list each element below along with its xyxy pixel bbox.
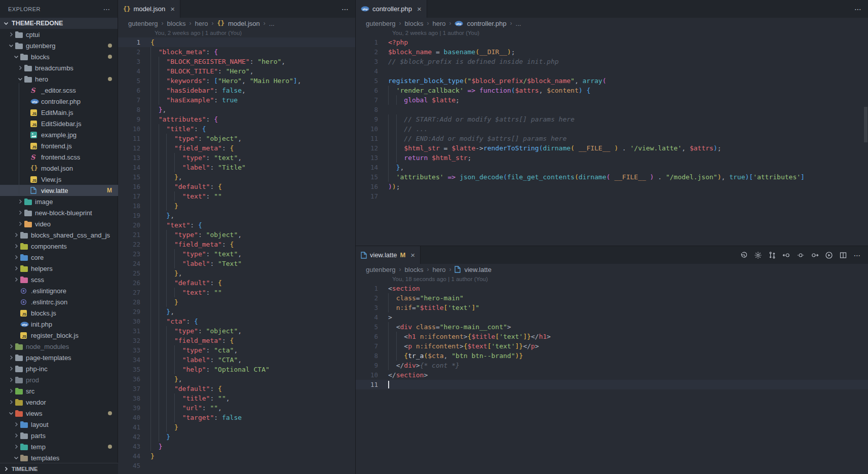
close-icon[interactable]: × bbox=[170, 5, 175, 13]
breadcrumb-item-blocks[interactable]: blocks bbox=[405, 20, 424, 27]
tab-model-json[interactable]: {} model.json × bbox=[118, 0, 180, 18]
tree-item-blocks-js[interactable]: JSblocks.js bbox=[0, 307, 118, 319]
code-line[interactable]: 2 "block_meta": { bbox=[118, 47, 355, 57]
tree-item-core[interactable]: core bbox=[0, 252, 118, 263]
tree-item-video[interactable]: video bbox=[0, 218, 118, 229]
breadcrumb-item-hero[interactable]: hero bbox=[432, 20, 445, 27]
tree-item-new-block-blueprint[interactable]: new-block-blueprint bbox=[0, 207, 118, 218]
code-line[interactable]: 14 "label": "Title" bbox=[118, 163, 355, 172]
history-icon[interactable] bbox=[739, 251, 748, 260]
tree-item-eslintignore[interactable]: .eslintignore bbox=[0, 285, 118, 296]
code-line[interactable]: 9 // START:Add or modify $attrs[] params… bbox=[356, 114, 868, 124]
tree-item-src[interactable]: src bbox=[0, 385, 118, 397]
breadcrumb-item-gutenberg[interactable]: gutenberg bbox=[128, 20, 158, 27]
scrollbar-thumb[interactable] bbox=[864, 107, 867, 142]
code-line[interactable]: 23 "type": "text", bbox=[118, 249, 355, 259]
editor-actions-more-icon[interactable]: ⋯ bbox=[342, 5, 349, 13]
code-line[interactable]: 19 }, bbox=[118, 211, 355, 220]
code-line[interactable]: 10 "title": { bbox=[118, 124, 355, 134]
breadcrumb-item-view-latte[interactable]: view.latte bbox=[464, 266, 491, 273]
code-line[interactable]: 9 "attributes": { bbox=[118, 114, 355, 124]
code-editor-controller-php[interactable]: You, 2 weeks ago | 1 author (You) 1<?php… bbox=[356, 29, 868, 201]
workspace-root-header[interactable]: THEME-REDONE bbox=[0, 18, 118, 29]
code-line[interactable]: 21 "type": "object", bbox=[118, 230, 355, 240]
tree-item-gutenberg[interactable]: gutenberg bbox=[0, 40, 118, 51]
code-line[interactable]: 29 }, bbox=[118, 307, 355, 317]
tree-item-image[interactable]: image bbox=[0, 196, 118, 207]
tree-item-helpers[interactable]: helpers bbox=[0, 263, 118, 274]
tree-item-scss[interactable]: scss bbox=[0, 274, 118, 285]
tree-item-prod[interactable]: prod bbox=[0, 374, 118, 385]
tree-item-layout[interactable]: layout bbox=[0, 419, 118, 430]
code-line[interactable]: 24 "label": "Text" bbox=[118, 259, 355, 268]
tab-view-latte[interactable]: view.latte M × bbox=[356, 246, 421, 264]
code-line[interactable]: 6 'render_callback' => function($attrs, … bbox=[356, 86, 868, 95]
breadcrumb-item-gutenberg[interactable]: gutenberg bbox=[366, 20, 396, 27]
code-line[interactable]: 43 } bbox=[118, 442, 355, 451]
code-line[interactable]: 4 bbox=[356, 66, 868, 76]
tree-item-init-php[interactable]: phpinit.php bbox=[0, 319, 118, 330]
code-line[interactable]: 9 </div>{* cont *} bbox=[356, 361, 868, 370]
tree-item-templates[interactable]: templates bbox=[0, 452, 118, 463]
code-line[interactable]: 7 "hasExample": true bbox=[118, 95, 355, 105]
split-editor-icon[interactable] bbox=[839, 251, 848, 260]
breadcrumb-item-gutenberg[interactable]: gutenberg bbox=[366, 266, 396, 273]
code-line[interactable]: 1<section bbox=[356, 284, 868, 293]
tree-item-example-jpg[interactable]: example.jpg bbox=[0, 129, 118, 140]
close-icon[interactable]: × bbox=[410, 251, 415, 259]
code-line[interactable]: 17 bbox=[356, 191, 868, 201]
code-line[interactable]: 8 {tr_a($cta, "btn btn--brand")} bbox=[356, 351, 868, 361]
code-line[interactable]: 39 "url": "", bbox=[118, 403, 355, 413]
code-line[interactable]: 7 global $latte; bbox=[356, 95, 868, 105]
code-line[interactable]: 22 "field_meta": { bbox=[118, 240, 355, 249]
code-line[interactable]: 36 }, bbox=[118, 374, 355, 384]
gitlens-icon[interactable] bbox=[753, 251, 763, 260]
tree-item-editmain-js[interactable]: JSEditMain.js bbox=[0, 107, 118, 118]
tree-item-parts[interactable]: parts bbox=[0, 430, 118, 441]
tree-item-breadcrumbs[interactable]: breadcrumbs bbox=[0, 62, 118, 73]
code-line[interactable]: 40 "target": false bbox=[118, 413, 355, 422]
code-editor-view-latte[interactable]: You, 18 seconds ago | 1 author (You) 1<s… bbox=[356, 275, 868, 389]
git-graph-icon[interactable] bbox=[768, 251, 777, 260]
breadcrumb-item-blocks[interactable]: blocks bbox=[167, 20, 186, 27]
code-line[interactable]: 31 "type": "object", bbox=[118, 326, 355, 336]
code-line[interactable]: 5 "keywords": ["Hero", "Main Hero"], bbox=[118, 76, 355, 86]
code-line[interactable]: 27 "text": "" bbox=[118, 288, 355, 297]
code-line[interactable]: 30 "cta": { bbox=[118, 317, 355, 326]
code-line[interactable]: 20 "text": { bbox=[118, 220, 355, 230]
code-line[interactable]: 28 } bbox=[118, 297, 355, 307]
prev-change-icon[interactable] bbox=[782, 251, 791, 260]
code-line[interactable]: 34 "label": "CTA", bbox=[118, 355, 355, 365]
code-line[interactable]: 8 bbox=[356, 105, 868, 114]
breadcrumb-item-model-json[interactable]: model.json bbox=[228, 20, 260, 27]
tree-item-frontend-scss[interactable]: Sfrontend.scss bbox=[0, 151, 118, 163]
tree-item-eslintrc-json[interactable]: .eslintrc.json bbox=[0, 296, 118, 307]
breadcrumb-tail[interactable]: ... bbox=[516, 20, 521, 27]
tree-item-vendor[interactable]: vendor bbox=[0, 397, 118, 408]
code-line[interactable]: 15 }, bbox=[118, 172, 355, 182]
code-line[interactable]: 45 bbox=[118, 461, 355, 470]
code-line[interactable]: 13 "type": "text", bbox=[118, 153, 355, 163]
code-line[interactable]: 3 n:if="$title['text']" bbox=[356, 303, 868, 312]
code-line[interactable]: 41 } bbox=[118, 422, 355, 432]
code-line[interactable]: 17 "text": "" bbox=[118, 191, 355, 201]
code-line[interactable]: 25 }, bbox=[118, 268, 355, 278]
tree-item-node-modules[interactable]: node_modules bbox=[0, 341, 118, 352]
code-line[interactable]: 12 $html_str = $latte->renderToString(di… bbox=[356, 143, 868, 153]
changes-icon[interactable] bbox=[796, 251, 805, 260]
tree-item-cptui[interactable]: cptui bbox=[0, 29, 118, 40]
tree-item-page-templates[interactable]: page-templates bbox=[0, 352, 118, 363]
code-line[interactable]: 10 // ... bbox=[356, 124, 868, 134]
tree-item-controller-php[interactable]: phpcontroller.php bbox=[0, 96, 118, 107]
code-line[interactable]: 15 'attributes' => json_decode(file_get_… bbox=[356, 172, 868, 182]
code-line[interactable]: 10</section> bbox=[356, 370, 868, 380]
code-line[interactable]: 35 "help": "Optional CTA" bbox=[118, 365, 355, 374]
next-change-icon[interactable] bbox=[810, 251, 819, 260]
code-line[interactable]: 12 "field_meta": { bbox=[118, 143, 355, 153]
code-line[interactable]: 3 "BLOCK_REGISTER_NAME": "hero", bbox=[118, 57, 355, 66]
code-line[interactable]: 11 bbox=[356, 380, 868, 389]
breadcrumb-item-blocks[interactable]: blocks bbox=[405, 266, 424, 273]
code-line[interactable]: 11 // END:Add or modify $attrs[] params … bbox=[356, 134, 868, 143]
code-line[interactable]: 32 "field_meta": { bbox=[118, 336, 355, 345]
tree-item-components[interactable]: components bbox=[0, 241, 118, 252]
